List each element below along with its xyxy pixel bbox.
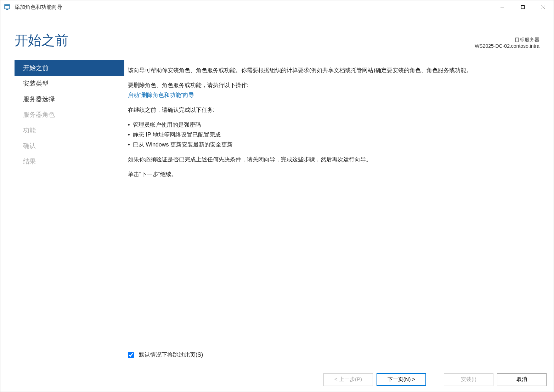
- list-item: 管理员帐户使用的是强密码: [128, 120, 536, 130]
- window-controls: [492, 0, 554, 14]
- step-server-roles: 服务器角色: [15, 107, 124, 122]
- step-results: 结果: [15, 154, 124, 169]
- continue-note-text: 单击"下一步"继续。: [128, 169, 536, 179]
- svg-rect-5: [521, 6, 525, 9]
- intro-text: 该向导可帮助你安装角色、角色服务或功能。你需要根据组织的计算要求(例如共享文档或…: [128, 65, 536, 75]
- header: 开始之前 目标服务器 WS2025-DC-02.contoso.intra: [0, 14, 554, 60]
- window-title: 添加角色和功能向导: [15, 4, 492, 11]
- remove-intro-text: 要删除角色、角色服务或功能，请执行以下操作:: [128, 80, 536, 90]
- step-server-selection[interactable]: 服务器选择: [15, 91, 124, 107]
- target-server-name: WS2025-DC-02.contoso.intra: [475, 43, 539, 49]
- list-item: 已从 Windows 更新安装最新的安全更新: [128, 140, 536, 150]
- step-confirmation: 确认: [15, 138, 124, 154]
- target-server-label: 目标服务器: [475, 37, 539, 43]
- verify-intro-text: 在继续之前，请确认完成以下任务:: [128, 105, 536, 115]
- install-button: 安装(I): [444, 373, 493, 386]
- titlebar: 添加角色和功能向导: [0, 0, 554, 14]
- prerequisite-list: 管理员帐户使用的是强密码 静态 IP 地址等网络设置已配置完成 已从 Windo…: [128, 120, 536, 150]
- svg-rect-3: [6, 10, 9, 10]
- page-title: 开始之前: [15, 31, 475, 50]
- next-button[interactable]: 下一页(N) >: [377, 373, 426, 386]
- skip-page-checkbox[interactable]: [128, 352, 134, 358]
- wizard-footer: < 上一步(P) 下一页(N) > 安装(I) 取消: [0, 367, 554, 392]
- main-content: 该向导可帮助你安装角色、角色服务或功能。你需要根据组织的计算要求(例如共享文档或…: [124, 60, 539, 367]
- app-icon: [4, 4, 11, 11]
- wizard-steps-sidebar: 开始之前 安装类型 服务器选择 服务器角色 功能 确认 结果: [15, 60, 124, 367]
- close-button[interactable]: [533, 0, 554, 14]
- minimize-button[interactable]: [492, 0, 513, 14]
- maximize-button[interactable]: [513, 0, 533, 14]
- cancel-button[interactable]: 取消: [497, 373, 547, 386]
- list-item: 静态 IP 地址等网络设置已配置完成: [128, 130, 536, 140]
- step-installation-type[interactable]: 安装类型: [15, 76, 124, 91]
- skip-page-row: 默认情况下将跳过此页(S): [128, 350, 536, 367]
- verify-note-text: 如果你必须验证是否已完成上述任何先决条件，请关闭向导，完成这些步骤，然后再次运行…: [128, 155, 536, 165]
- skip-page-label: 默认情况下将跳过此页(S): [139, 350, 203, 360]
- previous-button: < 上一步(P): [323, 373, 373, 386]
- svg-rect-1: [5, 5, 10, 6]
- step-before-you-begin[interactable]: 开始之前: [15, 60, 124, 76]
- launch-remove-wizard-link[interactable]: 启动"删除角色和功能"向导: [128, 92, 194, 98]
- svg-rect-2: [6, 9, 8, 10]
- step-features: 功能: [15, 122, 124, 138]
- target-server-info: 目标服务器 WS2025-DC-02.contoso.intra: [475, 37, 539, 49]
